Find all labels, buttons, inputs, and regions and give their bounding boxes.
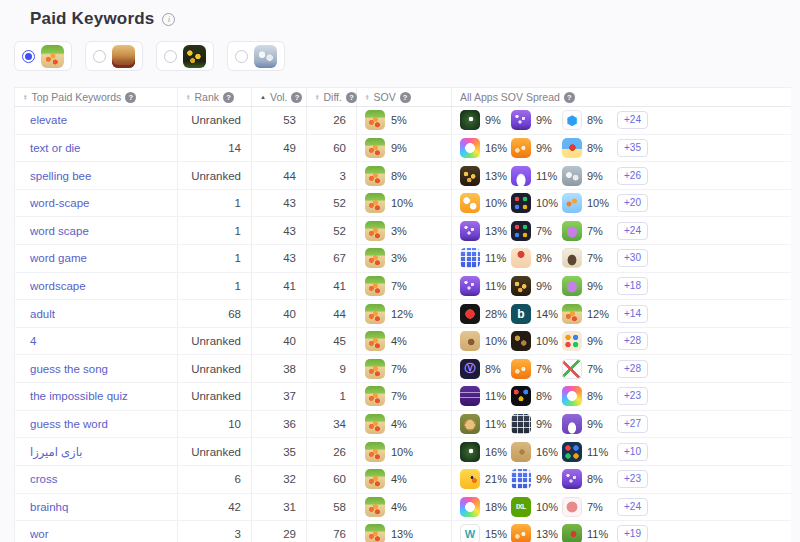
spread-percent: 7% (587, 252, 603, 264)
app-icon (511, 110, 531, 130)
app-icon (511, 138, 531, 158)
app-option[interactable] (156, 41, 214, 71)
table-body: elevate Unranked 53 26 5% 9% 9% ⬢ 8% +24… (14, 107, 791, 542)
app-option[interactable] (85, 41, 143, 71)
spread-percent: 8% (587, 473, 603, 485)
help-icon[interactable]: ? (564, 92, 575, 103)
app-icon (460, 221, 480, 241)
column-label: All Apps SOV Spread (460, 91, 560, 103)
more-apps-badge[interactable]: +35 (617, 139, 648, 157)
radio-button[interactable] (22, 50, 35, 63)
more-apps-badge[interactable]: +24 (617, 222, 648, 240)
column-header-rank[interactable]: ▲▼ Rank ? (178, 88, 252, 106)
keyword-link[interactable]: adult (14, 300, 178, 327)
keyword-link[interactable]: بازی امیرزا (14, 438, 178, 465)
app-icon (511, 442, 531, 462)
app-icon (460, 386, 480, 406)
radio-button[interactable] (164, 50, 177, 63)
spread-app: 7% (511, 221, 562, 241)
help-icon[interactable]: ? (291, 92, 302, 103)
app-icon (112, 45, 135, 68)
spread-app: 16% (460, 442, 511, 462)
more-apps-badge[interactable]: +28 (617, 360, 648, 378)
help-icon[interactable]: ? (125, 92, 136, 103)
more-apps-badge[interactable]: +23 (617, 387, 648, 405)
column-header-sov[interactable]: ▲▼ SOV ? (357, 88, 452, 106)
keyword-link[interactable]: guess the song (14, 355, 178, 382)
spread-percent: 11% (485, 252, 506, 264)
page-title: Paid Keywords (30, 9, 154, 29)
more-apps-badge[interactable]: +18 (617, 277, 648, 295)
more-apps-badge[interactable]: +28 (617, 332, 648, 350)
sov-percent: 12% (391, 308, 413, 320)
keyword-link[interactable]: elevate (14, 107, 178, 134)
keyword-link[interactable]: cross (14, 466, 178, 493)
column-label: Diff. (323, 91, 341, 103)
column-header-vol[interactable]: ▲ Vol. ? (252, 88, 307, 106)
radio-button[interactable] (93, 50, 106, 63)
sort-icon[interactable]: ▲▼ (23, 94, 27, 101)
sov-percent: 10% (391, 446, 413, 458)
sov-percent: 4% (391, 501, 407, 513)
diff-value: 26 (307, 438, 357, 465)
more-apps-badge[interactable]: +10 (617, 443, 648, 461)
help-icon[interactable]: ? (223, 92, 234, 103)
keyword-link[interactable]: word game (14, 245, 178, 272)
keyword-link[interactable]: the impossible quiz (14, 383, 178, 410)
help-icon[interactable]: ? (400, 92, 411, 103)
more-apps-badge[interactable]: +27 (617, 415, 648, 433)
sort-icon[interactable]: ▲▼ (315, 94, 319, 101)
spread-app: 8% (562, 386, 613, 406)
keyword-link[interactable]: spelling bee (14, 162, 178, 189)
diff-value: 76 (307, 521, 357, 542)
sort-icon[interactable]: ▲▼ (365, 94, 369, 101)
spread-percent: 14% (536, 308, 558, 320)
keyword-link[interactable]: wordscape (14, 273, 178, 300)
column-header-spread: All Apps SOV Spread ? (452, 88, 791, 106)
keyword-link[interactable]: guess the word (14, 411, 178, 438)
spread-percent: 10% (485, 335, 507, 347)
more-apps-badge[interactable]: +26 (617, 167, 648, 185)
spread-percent: 11% (485, 418, 506, 430)
sort-asc-icon[interactable]: ▲ (260, 94, 266, 100)
keyword-link[interactable]: brainhq (14, 494, 178, 521)
app-icon (365, 276, 385, 296)
help-icon[interactable]: ? (346, 92, 357, 103)
spread-app: 7% (562, 248, 613, 268)
spread-cell: W 15% 13% 11% +19 (452, 521, 791, 542)
more-apps-badge[interactable]: +30 (617, 249, 648, 267)
spread-app: 7% (562, 359, 613, 379)
diff-value: 1 (307, 383, 357, 410)
more-apps-badge[interactable]: +24 (617, 498, 648, 516)
app-icon (562, 469, 582, 489)
column-header-keywords[interactable]: ▲▼ Top Paid Keywords ? (14, 88, 178, 106)
vol-value: 53 (252, 107, 307, 134)
more-apps-badge[interactable]: +20 (617, 194, 648, 212)
sort-icon[interactable]: ▲▼ (186, 94, 190, 101)
radio-button[interactable] (235, 50, 248, 63)
more-apps-badge[interactable]: +19 (617, 525, 648, 542)
info-icon[interactable]: i (162, 13, 175, 26)
app-icon (460, 138, 480, 158)
keyword-link[interactable]: text or die (14, 135, 178, 162)
app-icon (562, 221, 582, 241)
column-header-diff[interactable]: ▲▼ Diff. ? (307, 88, 357, 106)
keyword-link[interactable]: wor (14, 521, 178, 542)
more-apps-badge[interactable]: +23 (617, 470, 648, 488)
app-icon (511, 524, 531, 542)
app-option[interactable] (14, 41, 72, 71)
table-row: word-scape 1 43 52 10% 10% 10% 10% +20 (14, 190, 791, 218)
more-apps-badge[interactable]: +14 (617, 305, 648, 323)
keyword-link[interactable]: word scape (14, 217, 178, 244)
diff-value: 58 (307, 494, 357, 521)
rank-value: 68 (178, 300, 252, 327)
keyword-link[interactable]: word-scape (14, 190, 178, 217)
keyword-link[interactable]: 4 (14, 328, 178, 355)
spread-percent: 8% (587, 142, 603, 154)
app-option[interactable] (227, 41, 285, 71)
app-icon (365, 497, 385, 517)
more-apps-badge[interactable]: +24 (617, 111, 648, 129)
app-icon (41, 45, 64, 68)
sov-percent: 10% (391, 197, 413, 209)
app-icon (562, 138, 582, 158)
